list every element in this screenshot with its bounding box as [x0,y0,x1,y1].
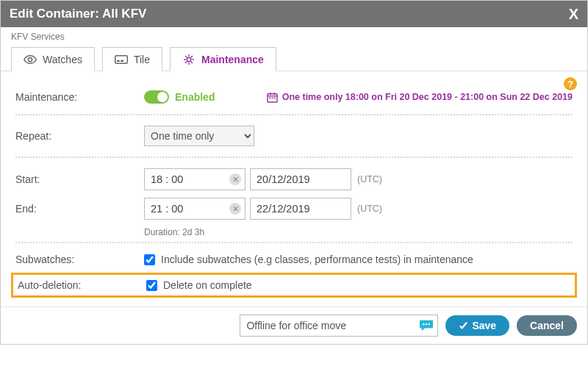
row-maintenance: Maintenance: Enabled One time only 18:00… [15,85,573,109]
svg-rect-3 [121,60,123,62]
calendar-icon [267,92,278,103]
subwatches-checkbox[interactable] [144,254,155,265]
svg-rect-1 [115,56,128,64]
divider [15,114,573,115]
check-icon [459,321,468,331]
label-autodeletion: Auto-deletion: [18,279,146,291]
autodeletion-highlight: Auto-deletion: Delete on complete [11,273,577,298]
svg-point-21 [426,323,427,325]
eye-icon [24,54,37,65]
label-subwatches: Subwatches: [15,254,144,265]
schedule-summary: One time only 18:00 on Fri 20 Dec 2019 -… [267,92,573,103]
repeat-select[interactable]: One time only [144,126,254,146]
comment-input[interactable] [240,315,438,337]
label-end: End: [15,203,144,215]
row-start: Start: ✕ (UTC) [15,162,573,196]
toggle-state: Enabled [175,91,215,103]
end-date-input[interactable] [250,198,351,220]
label-maintenance: Maintenance: [15,91,144,103]
tab-maintenance[interactable]: Maintenance [170,47,276,71]
subwatches-text: Include subwatches (e.g classes, perform… [161,254,473,265]
summary-text: One time only 18:00 on Fri 20 Dec 2019 -… [282,92,573,102]
svg-point-20 [423,323,425,325]
svg-rect-17 [269,97,270,98]
edit-container-dialog: Edit Container: All KFV X KFV Services W… [0,0,588,345]
tab-label: Maintenance [201,54,264,65]
svg-line-10 [191,62,193,63]
tile-icon [115,54,128,65]
save-button[interactable]: Save [445,315,509,336]
tab-label: Watches [43,54,82,65]
row-repeat: Repeat: One time only [15,120,573,152]
autodeletion-checkbox-wrap[interactable]: Delete on complete [146,279,252,291]
tab-label: Tile [134,54,150,65]
gear-icon [182,54,196,65]
dialog-title: Edit Container: All KFV [10,7,146,21]
duration-text: Duration: 2d 3h [144,227,573,237]
row-end: End: ✕ (UTC) [15,196,573,226]
tab-tile[interactable]: Tile [102,47,162,71]
clear-icon[interactable]: ✕ [229,203,241,215]
subwatches-checkbox-wrap[interactable]: Include subwatches (e.g classes, perform… [144,254,473,265]
svg-rect-2 [117,60,120,62]
start-date-input[interactable] [250,168,351,190]
row-subwatches: Subwatches: Include subwatches (e.g clas… [15,248,573,271]
divider [15,242,573,243]
comment-icon [419,319,434,332]
maintenance-toggle[interactable] [144,90,169,104]
svg-line-12 [185,62,187,63]
svg-line-11 [191,56,193,57]
dialog-footer: Save Cancel [1,306,587,344]
tab-watches[interactable]: Watches [11,47,95,71]
svg-point-0 [28,57,32,61]
save-label: Save [472,320,496,331]
autodeletion-checkbox[interactable] [146,280,157,291]
divider [15,157,573,158]
svg-rect-18 [271,97,273,98]
autodeletion-text: Delete on complete [163,279,252,291]
end-tz: (UTC) [357,204,382,214]
label-start: Start: [15,173,144,185]
clear-icon[interactable]: ✕ [229,173,241,185]
start-tz: (UTC) [357,174,382,184]
breadcrumb: KFV Services [1,27,587,46]
tabs: Watches Tile Maintenance [1,46,587,71]
svg-line-9 [185,56,187,57]
svg-point-4 [187,57,191,62]
help-icon[interactable]: ? [564,77,577,90]
titlebar: Edit Container: All KFV X [1,1,587,27]
svg-rect-19 [274,97,276,98]
label-repeat: Repeat: [15,130,144,142]
content-pane: ? Maintenance: Enabled One time only 18:… [1,71,587,306]
close-icon[interactable]: X [569,7,578,21]
cancel-button[interactable]: Cancel [517,315,577,336]
svg-point-22 [429,323,430,325]
cancel-label: Cancel [530,320,564,331]
